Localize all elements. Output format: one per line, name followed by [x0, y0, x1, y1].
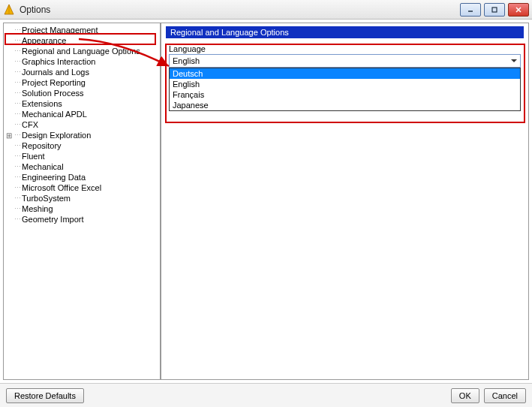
tree-connector: ⋯ — [14, 89, 20, 97]
tree-connector: ⋯ — [14, 68, 20, 76]
tree-connector: ⋯ — [14, 173, 20, 181]
tree-connector: ⋯ — [14, 110, 20, 118]
tree-item-label: Engineering Data — [22, 173, 86, 182]
tree-item-label: Project Reporting — [22, 78, 86, 87]
tree-item-label: Project Management — [22, 26, 98, 35]
tree-item[interactable]: ⋯Project Reporting — [4, 77, 160, 88]
tree-connector: ⋯ — [14, 58, 20, 65]
tree-connector: ⋯ — [14, 142, 20, 149]
language-option[interactable]: Deutsch — [170, 68, 520, 79]
tree-item-label: Appearance — [22, 36, 66, 45]
tree-item[interactable]: ⋯Journals and Logs — [4, 67, 160, 77]
expand-icon[interactable]: ⊞ — [4, 131, 14, 140]
tree-item-label: Journals and Logs — [22, 68, 89, 77]
language-option[interactable]: Français — [170, 89, 520, 100]
tree-item-label: Fluent — [22, 152, 45, 161]
tree-item-label: Geometry Import — [22, 215, 84, 224]
ok-button[interactable]: OK — [451, 388, 479, 403]
language-dropdown-list[interactable]: DeutschEnglishFrançaisJapanese — [169, 68, 521, 111]
tree-item-label: Meshing — [22, 204, 53, 213]
tree-item-label: Mechanical APDL — [22, 110, 87, 119]
tree-item[interactable]: ⋯Regional and Language Options — [4, 46, 160, 56]
tree-item[interactable]: ⋯Mechanical — [4, 161, 160, 172]
language-option[interactable]: Japanese — [170, 100, 520, 110]
tree-item[interactable]: ⋯Project Management — [4, 25, 160, 35]
language-option[interactable]: English — [170, 79, 520, 89]
app-icon — [3, 4, 15, 16]
chevron-down-icon — [511, 59, 517, 62]
tree-connector: ⋯ — [14, 79, 20, 86]
language-field: Language English DeutschEnglishFrançaisJ… — [166, 43, 524, 113]
maximize-button[interactable] — [484, 3, 505, 17]
tree-item[interactable]: ⋯TurboSystem — [4, 193, 160, 204]
tree-connector: ⋯ — [14, 131, 20, 139]
language-select[interactable]: English — [169, 54, 521, 68]
language-select-value: English — [173, 56, 200, 65]
tree-item-label: Solution Process — [22, 89, 84, 98]
tree-item[interactable]: ⋯Appearance — [4, 35, 160, 46]
tree-item-label: Design Exploration — [22, 131, 91, 140]
tree-item-label: Mechanical — [22, 162, 64, 171]
tree-item[interactable]: ⊞⋯Design Exploration — [4, 130, 160, 140]
tree-connector: ⋯ — [14, 184, 20, 191]
main-area: ⋯Project Management⋯Appearance⋯Regional … — [0, 20, 532, 383]
tree-item[interactable]: ⋯Solution Process — [4, 88, 160, 98]
tree-connector: ⋯ — [14, 121, 20, 128]
window-title: Options — [20, 5, 460, 15]
tree-item[interactable]: ⋯Graphics Interaction — [4, 56, 160, 67]
window-controls — [460, 3, 529, 17]
tree-item[interactable]: ⋯Meshing — [4, 204, 160, 214]
tree-item-label: Microsoft Office Excel — [22, 183, 101, 192]
close-button[interactable] — [508, 3, 529, 17]
tree-connector: ⋯ — [14, 100, 20, 107]
tree-item[interactable]: ⋯Geometry Import — [4, 214, 160, 225]
tree-item[interactable]: ⋯CFX — [4, 119, 160, 130]
tree-item-label: Extensions — [22, 99, 62, 108]
tree-connector: ⋯ — [14, 216, 20, 223]
minimize-button[interactable] — [460, 3, 481, 17]
restore-defaults-button[interactable]: Restore Defaults — [6, 388, 84, 403]
tree-item-label: Repository — [22, 141, 62, 150]
tree-item[interactable]: ⋯Extensions — [4, 98, 160, 109]
tree-connector: ⋯ — [14, 163, 20, 170]
category-tree[interactable]: ⋯Project Management⋯Appearance⋯Regional … — [3, 23, 161, 380]
tree-item[interactable]: ⋯Repository — [4, 140, 160, 151]
cancel-button[interactable]: Cancel — [484, 388, 526, 403]
language-label: Language — [169, 44, 521, 53]
svg-rect-1 — [492, 8, 497, 12]
tree-item[interactable]: ⋯Fluent — [4, 151, 160, 161]
tree-item-label: CFX — [22, 120, 38, 129]
tree-connector: ⋯ — [14, 47, 20, 55]
tree-connector: ⋯ — [14, 26, 20, 34]
tree-item[interactable]: ⋯Microsoft Office Excel — [4, 182, 160, 193]
titlebar: Options — [0, 0, 532, 20]
tree-connector: ⋯ — [14, 37, 20, 44]
tree-item-label: TurboSystem — [22, 194, 71, 203]
tree-connector: ⋯ — [14, 205, 20, 213]
bottom-bar: Restore Defaults OK Cancel — [0, 383, 532, 407]
tree-item[interactable]: ⋯Engineering Data — [4, 172, 160, 182]
tree-connector: ⋯ — [14, 194, 20, 202]
tree-item[interactable]: ⋯Mechanical APDL — [4, 109, 160, 119]
tree-item-label: Regional and Language Options — [22, 47, 140, 56]
panel-header: Regional and Language Options — [166, 26, 524, 38]
tree-item-label: Graphics Interaction — [22, 57, 95, 66]
tree-connector: ⋯ — [14, 152, 20, 160]
options-panel: Regional and Language Options Language E… — [161, 23, 529, 380]
